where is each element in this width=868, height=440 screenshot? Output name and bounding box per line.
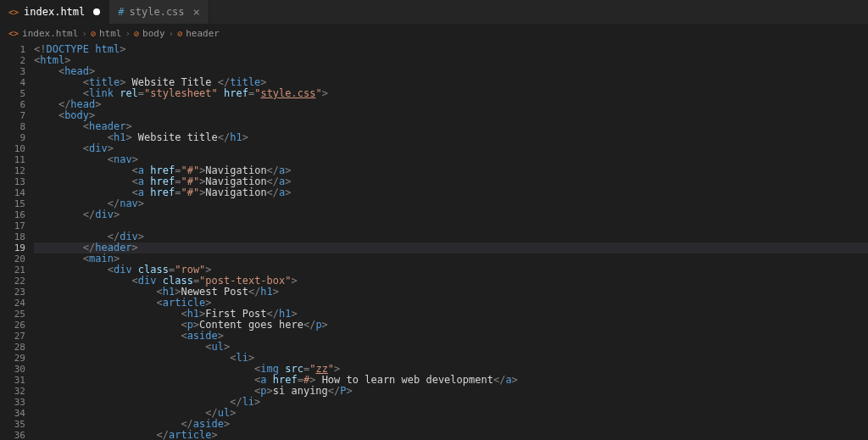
line-number: 20 [0, 253, 25, 265]
code-line[interactable]: </div> [34, 231, 868, 242]
line-number: 32 [0, 386, 25, 397]
breadcrumb-item[interactable]: header [186, 28, 220, 39]
line-number: 24 [0, 298, 25, 309]
code-line[interactable]: </article> [34, 430, 868, 440]
chevron-right-icon: › [81, 28, 87, 39]
code-area[interactable]: <!DOCTYPE html><html> <head> <title> Web… [34, 42, 868, 440]
code-line[interactable]: <!DOCTYPE html> [34, 44, 868, 55]
tag-icon: ⊘ [134, 29, 139, 38]
code-line[interactable]: </header> [34, 242, 868, 253]
line-number: 5 [0, 88, 25, 99]
code-line[interactable] [34, 220, 868, 231]
line-number: 18 [0, 231, 25, 242]
code-line[interactable]: </nav> [34, 198, 868, 209]
line-number: 3 [0, 66, 25, 77]
code-line[interactable]: <html> [34, 55, 868, 66]
line-number: 10 [0, 143, 25, 154]
line-number: 9 [0, 132, 25, 143]
tab-index-html[interactable]: <>index.html [0, 0, 109, 24]
line-number: 30 [0, 364, 25, 375]
line-number: 26 [0, 320, 25, 331]
breadcrumb-item[interactable]: html [99, 28, 122, 39]
line-number: 23 [0, 287, 25, 298]
line-number: 1 [0, 44, 25, 55]
css-icon: # [118, 6, 124, 18]
line-number: 16 [0, 209, 25, 220]
line-number: 14 [0, 187, 25, 198]
line-number: 8 [0, 121, 25, 132]
code-line[interactable]: <h1> Website title</h1> [34, 132, 868, 143]
close-icon[interactable]: × [193, 5, 200, 19]
html-icon: <> [8, 8, 19, 17]
code-line[interactable]: <link rel="stylesheet" href="style.css"> [34, 88, 868, 99]
line-number: 35 [0, 419, 25, 430]
chevron-right-icon: › [125, 28, 131, 39]
chevron-right-icon: › [169, 28, 175, 39]
line-number: 22 [0, 276, 25, 287]
code-line[interactable]: </head> [34, 99, 868, 110]
line-number: 7 [0, 110, 25, 121]
line-number: 25 [0, 309, 25, 320]
line-number: 11 [0, 154, 25, 165]
line-number: 12 [0, 165, 25, 176]
line-number: 6 [0, 99, 25, 110]
breadcrumb-item[interactable]: body [142, 28, 165, 39]
line-number: 15 [0, 198, 25, 209]
html-file-icon: <> [8, 29, 19, 38]
code-line[interactable]: <body> [34, 110, 868, 121]
breadcrumb-item[interactable]: index.html [22, 28, 78, 39]
line-number: 21 [0, 265, 25, 276]
code-line[interactable]: <a href="#">Navigation</a> [34, 187, 868, 198]
tag-icon: ⊘ [177, 29, 182, 38]
line-number: 2 [0, 55, 25, 66]
line-number: 27 [0, 331, 25, 342]
line-number: 13 [0, 176, 25, 187]
line-number: 19 [0, 242, 25, 253]
tab-label: style.css [130, 6, 185, 18]
editor[interactable]: 1234567891011121314151617181920212223242… [0, 42, 868, 440]
tab-bar: <>index.html#style.css× [0, 0, 868, 24]
tab-style-css[interactable]: #style.css× [109, 0, 209, 24]
line-number: 36 [0, 430, 25, 440]
line-number: 28 [0, 342, 25, 353]
tag-icon: ⊘ [91, 29, 96, 38]
code-line[interactable]: <div> [34, 143, 868, 154]
code-line[interactable]: </div> [34, 209, 868, 220]
line-number: 29 [0, 353, 25, 364]
line-number: 31 [0, 375, 25, 386]
gutter: 1234567891011121314151617181920212223242… [0, 42, 34, 440]
breadcrumb: <> index.html›⊘ html›⊘ body›⊘ header [0, 24, 868, 42]
line-number: 17 [0, 220, 25, 231]
line-number: 34 [0, 408, 25, 419]
line-number: 33 [0, 397, 25, 408]
line-number: 4 [0, 77, 25, 88]
tab-label: index.html [24, 6, 85, 18]
dirty-indicator-icon [93, 8, 100, 15]
